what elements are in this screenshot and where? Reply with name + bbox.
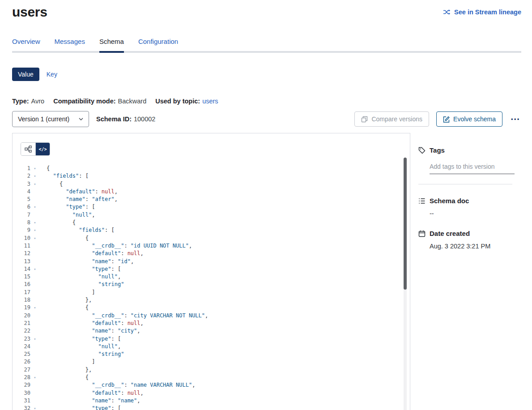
key-toggle-button[interactable]: Key xyxy=(47,71,57,78)
value-key-toggle: Value Key xyxy=(12,68,521,81)
stream-lineage-icon xyxy=(443,9,451,16)
fold-toggle-icon[interactable]: ▾ xyxy=(30,180,39,188)
topic-label: Used by topic: xyxy=(155,98,200,105)
line-number: 22 xyxy=(13,327,30,335)
code-line: 17 ] xyxy=(13,289,410,296)
gutter-spacer xyxy=(30,281,39,288)
code-text: "type": [ xyxy=(39,335,121,343)
compatibility-value: Backward xyxy=(118,98,147,105)
calendar-icon xyxy=(418,230,426,237)
code-scrollbar-track[interactable] xyxy=(404,158,407,410)
code-text: "__crdb__": "id UUID NOT NULL", xyxy=(39,242,192,250)
page: users See in Stream lineage Overview Mes… xyxy=(0,0,532,410)
date-created-heading-row: Date created xyxy=(418,230,521,237)
code-line: 14▾ "type": [ xyxy=(13,265,410,273)
code-line: 20 "__crdb__": "city VARCHAR NOT NULL", xyxy=(13,312,410,320)
gutter-spacer xyxy=(30,250,39,257)
fold-toggle-icon[interactable]: ▾ xyxy=(30,335,39,343)
tree-view-icon xyxy=(25,145,32,153)
schema-code-panel: </> 1▾{2▾ "fields": [3▾ {4 "default": nu… xyxy=(12,133,410,410)
line-number: 17 xyxy=(13,289,30,296)
code-text: "default": null, xyxy=(39,250,144,257)
line-number: 24 xyxy=(13,343,30,350)
fold-toggle-icon[interactable]: ▾ xyxy=(30,235,39,242)
line-number: 2 xyxy=(13,172,30,180)
code-line: 3▾ { xyxy=(13,180,410,188)
code-line: 9▾ "fields": [ xyxy=(13,226,410,234)
date-created-value: Aug. 3 2022 3:21 PM xyxy=(430,243,521,250)
main: </> 1▾{2▾ "fields": [3▾ {4 "default": nu… xyxy=(12,133,521,410)
topic-link[interactable]: users xyxy=(202,98,218,105)
schema-doc-section: Schema doc -- xyxy=(418,197,521,217)
gutter-spacer xyxy=(30,381,39,389)
tab-schema[interactable]: Schema xyxy=(99,38,124,51)
line-number: 15 xyxy=(13,273,30,281)
evolve-schema-label: Evolve schema xyxy=(453,115,496,123)
code-text: "null", xyxy=(39,273,121,281)
line-number: 5 xyxy=(13,196,30,203)
fold-toggle-icon[interactable]: ▾ xyxy=(30,203,39,211)
fold-toggle-icon[interactable]: ▾ xyxy=(30,172,39,180)
code-line: 5 "name": "after", xyxy=(13,196,410,203)
tags-heading: Tags xyxy=(430,146,445,154)
line-number: 20 xyxy=(13,312,30,320)
more-actions-button[interactable]: ⋯ xyxy=(510,115,521,124)
gutter-spacer xyxy=(30,188,39,196)
code-text: "name": "city", xyxy=(39,327,140,335)
code-line: 28▾ { xyxy=(13,374,410,381)
code-line: 12 "default": null, xyxy=(13,250,410,257)
tags-heading-row: Tags xyxy=(418,146,521,154)
chevron-down-icon xyxy=(79,118,83,120)
stream-lineage-link[interactable]: See in Stream lineage xyxy=(443,9,521,16)
sidebar-divider xyxy=(418,184,512,184)
compare-versions-button[interactable]: Compare versions xyxy=(354,111,429,127)
fold-toggle-icon[interactable]: ▾ xyxy=(30,165,39,172)
code-view-button[interactable]: </> xyxy=(35,143,50,155)
value-toggle-button[interactable]: Value xyxy=(12,68,39,81)
code-text: "string" xyxy=(39,281,124,288)
schema-doc-value: -- xyxy=(430,210,521,217)
schema-actions: Compare versions Evolve schema ⋯ xyxy=(354,111,521,127)
code-text: "type": [ xyxy=(39,405,121,410)
add-tags-input[interactable] xyxy=(430,161,515,174)
fold-toggle-icon[interactable]: ▾ xyxy=(30,304,39,312)
fold-toggle-icon[interactable]: ▾ xyxy=(30,265,39,273)
line-number: 31 xyxy=(13,397,30,405)
compatibility-label: Compatibility mode: xyxy=(53,98,115,105)
code-view-icon: </> xyxy=(38,147,47,152)
tree-view-button[interactable] xyxy=(21,143,35,155)
code-text: }, xyxy=(39,296,92,304)
version-select[interactable]: Version 1 (current) xyxy=(12,111,89,127)
code-text: "__crdb__": "city VARCHAR NOT NULL", xyxy=(39,312,208,320)
code-text: "default": null, xyxy=(39,188,118,196)
tag-icon xyxy=(418,147,426,154)
code-text: { xyxy=(39,165,50,172)
tab-messages[interactable]: Messages xyxy=(55,38,85,51)
fold-toggle-icon[interactable]: ▾ xyxy=(30,405,39,410)
line-number: 28 xyxy=(13,374,30,381)
gutter-spacer xyxy=(30,343,39,350)
schema-sidebar: Tags Schema doc -- xyxy=(410,133,521,410)
fold-toggle-icon[interactable]: ▾ xyxy=(30,226,39,234)
line-number: 30 xyxy=(13,389,30,397)
line-number: 26 xyxy=(13,358,30,366)
code-line: 24 "null", xyxy=(13,343,410,350)
line-number: 23 xyxy=(13,335,30,343)
line-number: 27 xyxy=(13,366,30,374)
tab-overview[interactable]: Overview xyxy=(12,38,40,51)
controls-row: Version 1 (current) Schema ID:100002 Com… xyxy=(12,111,521,127)
line-number: 1 xyxy=(13,165,30,172)
tab-configuration[interactable]: Configuration xyxy=(138,38,178,51)
date-created-section: Date created Aug. 3 2022 3:21 PM xyxy=(418,230,521,250)
date-created-heading: Date created xyxy=(430,230,470,237)
line-number: 16 xyxy=(13,281,30,288)
page-title: users xyxy=(12,4,47,21)
stream-lineage-label: See in Stream lineage xyxy=(454,9,521,16)
code-line: 29 "__crdb__": "name VARCHAR NULL", xyxy=(13,381,410,389)
fold-toggle-icon[interactable]: ▾ xyxy=(30,374,39,381)
gutter-spacer xyxy=(30,296,39,304)
evolve-schema-button[interactable]: Evolve schema xyxy=(436,111,502,127)
code-scrollbar-thumb[interactable] xyxy=(404,158,407,290)
fold-toggle-icon[interactable]: ▾ xyxy=(30,219,39,226)
code-text: "default": null, xyxy=(39,320,144,327)
